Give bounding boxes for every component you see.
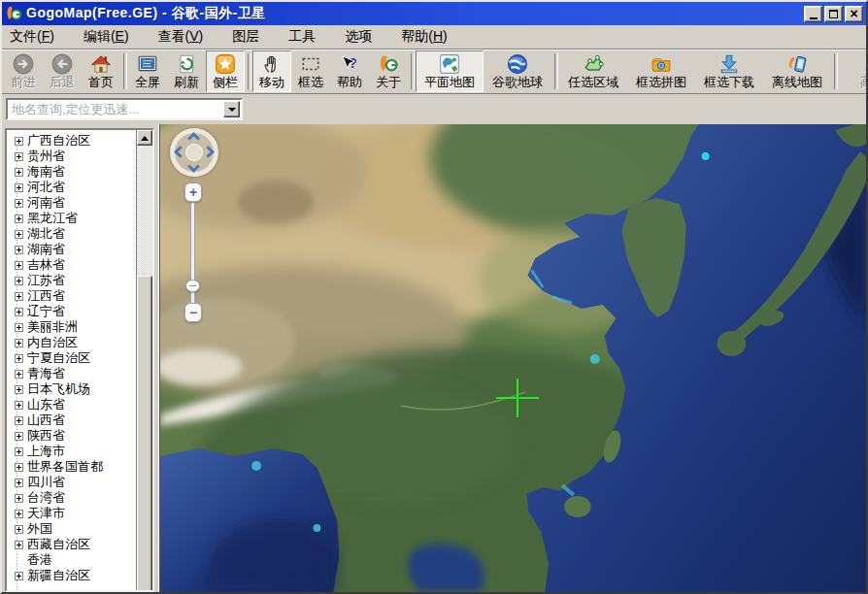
expander-plus-icon[interactable]	[15, 478, 23, 487]
expander-plus-icon[interactable]	[15, 308, 23, 316]
toolbar-button[interactable]: 移动	[252, 50, 291, 92]
toolbar-button[interactable]: 框选下载	[695, 50, 763, 92]
search-input[interactable]	[8, 102, 223, 116]
pan-up-button[interactable]	[187, 132, 200, 145]
tree-row[interactable]: 山西省	[9, 412, 136, 428]
expander-plus-icon[interactable]	[15, 168, 23, 177]
pan-down-button[interactable]	[187, 160, 200, 173]
expander-plus-icon[interactable]	[15, 261, 23, 270]
tree-row[interactable]: 河北省	[9, 180, 136, 195]
toolbar-button[interactable]: 框选	[291, 50, 330, 92]
minimize-button[interactable]	[804, 6, 822, 22]
expander-plus-icon[interactable]	[15, 447, 23, 456]
tree-row[interactable]: 四川省	[9, 475, 136, 490]
tree-row[interactable]: 湖南省	[9, 242, 136, 257]
tree-row[interactable]: 香港	[9, 552, 136, 568]
toolbar-button[interactable]: 任选区域	[559, 50, 627, 92]
menu-item[interactable]: 工具	[288, 28, 316, 46]
tree-row[interactable]: 黑龙江省	[9, 211, 136, 226]
toolbar-button[interactable]: ? 帮助	[330, 50, 369, 92]
menu-item[interactable]: 文件(F)	[10, 28, 54, 46]
combo-dropdown-button[interactable]	[223, 101, 240, 117]
tree-row[interactable]: 贵州省	[9, 148, 136, 164]
tree-row[interactable]: 天津市	[9, 506, 136, 521]
expander-plus-icon[interactable]	[15, 416, 23, 425]
pan-left-button[interactable]	[174, 146, 186, 158]
menu-item[interactable]: 图层	[232, 28, 259, 46]
expander-plus-icon[interactable]	[15, 494, 23, 503]
scroll-up-button[interactable]	[137, 130, 152, 146]
tree-row[interactable]: 江苏省	[9, 273, 136, 288]
expander-plus-icon[interactable]	[15, 541, 23, 549]
map-viewport[interactable]: + −	[159, 124, 866, 592]
expander-plus-icon[interactable]	[15, 385, 23, 394]
expander-plus-icon[interactable]	[15, 572, 23, 580]
tree-row[interactable]: 台湾省	[9, 490, 136, 506]
tree-row[interactable]: 宁夏自治区	[9, 350, 136, 366]
tree-row[interactable]: 广西自治区	[9, 133, 136, 148]
expander-plus-icon[interactable]	[15, 137, 23, 146]
scroll-thumb[interactable]	[137, 276, 152, 592]
expander-plus-icon[interactable]	[15, 230, 23, 239]
tree-row[interactable]: 海南省	[9, 164, 136, 180]
toolbar-button[interactable]: 前进	[4, 50, 43, 92]
expander-plus-icon[interactable]	[15, 214, 23, 223]
tree-row[interactable]: 青海省	[9, 366, 136, 381]
tree-row[interactable]: 内自治区	[9, 335, 136, 350]
expander-plus-icon[interactable]	[15, 246, 23, 254]
toolbar-button[interactable]: 后退	[43, 50, 82, 92]
menu-item[interactable]: 编辑(E)	[83, 28, 129, 46]
tree-row[interactable]: 江西省	[9, 288, 136, 304]
tree-row[interactable]: 外国	[9, 521, 136, 537]
zoom-out-button[interactable]: −	[184, 303, 202, 322]
expander-plus-icon[interactable]	[15, 525, 23, 534]
toolbar-button[interactable]: + 高程	[839, 50, 866, 92]
tree-row[interactable]: 辽宁省	[9, 304, 136, 319]
expander-plus-icon[interactable]	[15, 339, 23, 347]
tree-row[interactable]: 西藏自治区	[9, 537, 136, 552]
tree-row[interactable]: 吉林省	[9, 257, 136, 273]
toolbar-button[interactable]: 全屏	[128, 50, 167, 92]
tree-row[interactable]: 世界各国首都	[9, 459, 136, 475]
expander-plus-icon[interactable]	[15, 277, 23, 285]
tree-row[interactable]: 上海市	[9, 444, 136, 459]
pan-right-button[interactable]	[202, 146, 215, 158]
expander-plus-icon[interactable]	[15, 370, 23, 379]
toolbar-button[interactable]: 首页	[82, 50, 120, 92]
toolbar-button[interactable]: 刷新	[167, 50, 206, 92]
expander-plus-icon[interactable]	[15, 152, 23, 161]
toolbar-button[interactable]: 侧栏	[206, 50, 245, 92]
satellite-map[interactable]	[160, 124, 866, 592]
menu-item[interactable]: 查看(V)	[158, 28, 204, 46]
tree-row[interactable]: 新疆自治区	[9, 568, 136, 583]
maximize-button[interactable]	[824, 6, 843, 22]
pan-center[interactable]	[185, 144, 203, 161]
tree-row[interactable]: 河南省	[9, 195, 136, 211]
toolbar-button[interactable]: 关于	[369, 50, 408, 92]
expander-plus-icon[interactable]	[15, 292, 23, 301]
toolbar-button[interactable]: 谷歌地球	[484, 50, 551, 92]
zoom-thumb[interactable]	[185, 280, 200, 292]
pan-control[interactable]	[170, 128, 218, 177]
tree-row[interactable]: 湖北省	[9, 226, 136, 242]
toolbar-button[interactable]: 平面地图	[416, 50, 484, 92]
close-button[interactable]: ×	[845, 6, 863, 22]
toolbar-button[interactable]: 离线地图	[763, 50, 831, 92]
tree-row[interactable]: 美丽非洲	[9, 319, 136, 335]
tree-row[interactable]: 山东省	[9, 397, 136, 412]
tree-row[interactable]: 陕西省	[9, 428, 136, 444]
expander-plus-icon[interactable]	[15, 463, 23, 472]
expander-plus-icon[interactable]	[15, 432, 23, 441]
tree-row[interactable]: 日本飞机场	[9, 381, 136, 397]
expander-plus-icon[interactable]	[15, 510, 23, 518]
expander-plus-icon[interactable]	[15, 354, 23, 363]
tree-scrollbar[interactable]	[136, 130, 152, 590]
menu-item[interactable]: 帮助(H)	[401, 28, 447, 46]
expander-plus-icon[interactable]	[15, 323, 23, 332]
expander-plus-icon[interactable]	[15, 199, 23, 208]
zoom-in-button[interactable]: +	[184, 182, 202, 202]
expander-plus-icon[interactable]	[15, 401, 23, 410]
expander-plus-icon[interactable]	[15, 183, 23, 192]
toolbar-button[interactable]: 框选拼图	[627, 50, 695, 92]
menu-item[interactable]: 选项	[345, 28, 372, 46]
